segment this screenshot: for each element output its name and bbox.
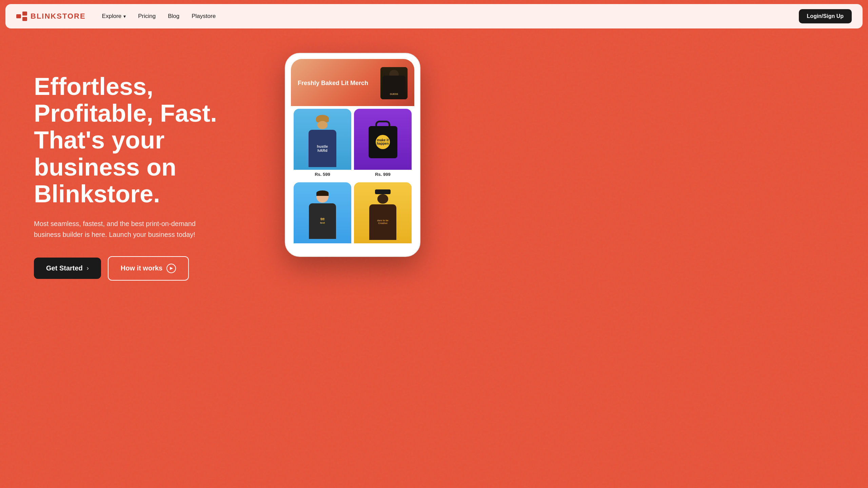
login-button[interactable]: Login/Sign Up <box>799 9 852 23</box>
arrow-right-icon: › <box>87 265 89 272</box>
card1-image: hustlehARd <box>294 109 351 170</box>
phone-product-grid: hustlehARd Rs. 599 <box>291 106 414 251</box>
navbar: BLINKSTORE Explore ▾ Pricing Blog Playst… <box>5 4 863 28</box>
card4-image: dare to beCreative <box>354 182 412 243</box>
phone-inner: Freshly Baked Lit Merch GUESS <box>291 59 414 251</box>
card2-price: Rs. 999 <box>354 170 412 180</box>
card1-price: Rs. 599 <box>294 170 351 180</box>
svg-rect-2 <box>22 17 27 21</box>
nav-logo[interactable]: BLINKSTORE <box>16 12 86 21</box>
product-card-4: dare to beCreative <box>354 182 412 248</box>
hero-buttons: Get Started › How it works ▶ <box>34 256 264 281</box>
card3-price <box>294 243 351 248</box>
logo-icon <box>16 12 27 21</box>
card3-image: हिंदीtext <box>294 182 351 243</box>
explore-chevron-icon: ▾ <box>123 14 126 19</box>
brand-name: BLINKSTORE <box>31 12 86 21</box>
get-started-button[interactable]: Get Started › <box>34 258 101 279</box>
hero-headline: Effortless, Profitable, Fast. That's you… <box>34 73 264 207</box>
hero-content: Effortless, Profitable, Fast. That's you… <box>34 60 264 281</box>
hero-section: Effortless, Profitable, Fast. That's you… <box>0 33 868 487</box>
play-icon: ▶ <box>166 264 176 273</box>
card2-image: make ithappen <box>354 109 412 170</box>
how-it-works-button[interactable]: How it works ▶ <box>108 256 189 281</box>
nav-playstore[interactable]: Playstore <box>192 13 216 20</box>
nav-blog[interactable]: Blog <box>168 13 179 20</box>
phone-banner: Freshly Baked Lit Merch GUESS <box>291 59 414 106</box>
nav-pricing[interactable]: Pricing <box>138 13 156 20</box>
banner-figure: GUESS <box>380 67 408 99</box>
hero-subtext: Most seamless, fastest, and the best pri… <box>34 218 210 240</box>
svg-rect-0 <box>16 14 21 18</box>
product-card-2: make ithappen Rs. 999 <box>354 109 412 180</box>
phone-frame: Freshly Baked Lit Merch GUESS <box>285 53 420 257</box>
phone-banner-text: Freshly Baked Lit Merch <box>298 79 368 87</box>
product-card-1: hustlehARd Rs. 599 <box>294 109 351 180</box>
svg-rect-1 <box>22 12 27 16</box>
nav-links: Explore ▾ Pricing Blog Playstore <box>102 13 799 20</box>
product-card-3: हिंदीtext <box>294 182 351 248</box>
nav-explore[interactable]: Explore ▾ <box>102 13 126 20</box>
phone-mockup: Freshly Baked Lit Merch GUESS <box>285 53 420 257</box>
card4-price <box>354 243 412 248</box>
